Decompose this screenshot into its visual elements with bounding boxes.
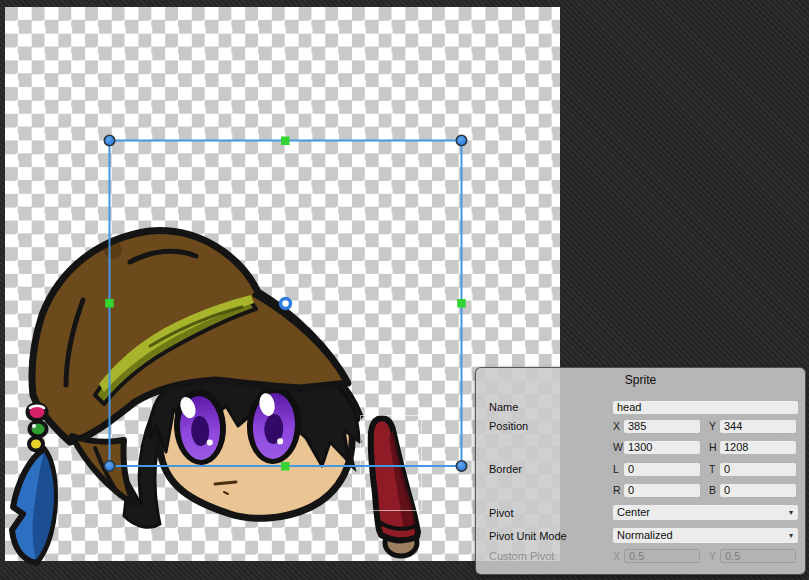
- position-h-label: H: [709, 441, 720, 453]
- border-label: Border: [489, 463, 613, 475]
- edge-handle-top[interactable]: [281, 137, 290, 146]
- border-b-label: B: [709, 484, 720, 496]
- custom-pivot-y-field: 0.5: [720, 549, 796, 563]
- corner-handle-bottom-right[interactable]: [456, 461, 466, 471]
- border-l-label: L: [613, 463, 624, 475]
- pivot-dropdown[interactable]: Center ▾: [613, 505, 798, 520]
- position-w-label: W: [613, 441, 624, 453]
- sprite-artwork-head[interactable]: [12, 231, 362, 563]
- dropdown-arrow-icon: ▾: [789, 528, 793, 543]
- mouth: [215, 482, 236, 484]
- position-x-label: X: [613, 420, 624, 432]
- name-label: Name: [489, 401, 613, 413]
- border-t-field[interactable]: 0: [720, 463, 796, 476]
- custom-pivot-x-label: X: [613, 550, 624, 562]
- pivot-dropdown-value: Center: [617, 506, 650, 518]
- position-h-field[interactable]: 1208: [720, 441, 796, 454]
- sprite-artwork-sleeve[interactable]: [371, 418, 418, 556]
- edge-handle-bottom[interactable]: [281, 462, 290, 471]
- position-x-field[interactable]: 385: [624, 420, 700, 433]
- dropdown-arrow-icon: ▾: [789, 505, 793, 520]
- border-b-field[interactable]: 0: [720, 484, 796, 497]
- custom-pivot-x-field: 0.5: [624, 549, 700, 563]
- corner-handle-bottom-left[interactable]: [104, 461, 114, 471]
- position-label: Position: [489, 420, 613, 432]
- border-l-field[interactable]: 0: [624, 463, 700, 476]
- hat-smudge: [104, 241, 122, 259]
- edge-handle-right[interactable]: [457, 299, 466, 308]
- panel-title: Sprite: [476, 373, 805, 387]
- name-field[interactable]: head: [613, 401, 798, 414]
- pivot-indicator[interactable]: [281, 299, 291, 309]
- border-r-label: R: [613, 484, 624, 496]
- edge-handle-left[interactable]: [105, 299, 114, 308]
- sprite-inspector-panel: Sprite Name head Position X 385 Y 344 W …: [475, 367, 806, 575]
- position-y-field[interactable]: 344: [720, 420, 796, 433]
- position-y-label: Y: [709, 420, 720, 432]
- sprite-editor-window: { "panel": { "title": "Sprite", "name": …: [0, 0, 809, 580]
- custom-pivot-label: Custom Pivot: [489, 550, 613, 562]
- position-w-field[interactable]: 1300: [624, 441, 700, 454]
- border-t-label: T: [709, 463, 720, 475]
- bead-green: [30, 422, 47, 437]
- pivot-label: Pivot: [489, 507, 613, 519]
- border-r-field[interactable]: 0: [624, 484, 700, 497]
- pivot-unit-mode-label: Pivot Unit Mode: [489, 530, 613, 542]
- corner-handle-top-right[interactable]: [456, 135, 466, 145]
- hat-beads: [28, 404, 47, 451]
- custom-pivot-y-label: Y: [709, 550, 720, 562]
- corner-handle-top-left[interactable]: [104, 135, 114, 145]
- pivot-unit-mode-dropdown[interactable]: Normalized ▾: [613, 528, 798, 543]
- feather: [12, 449, 55, 563]
- pivot-unit-mode-dropdown-value: Normalized: [617, 529, 673, 541]
